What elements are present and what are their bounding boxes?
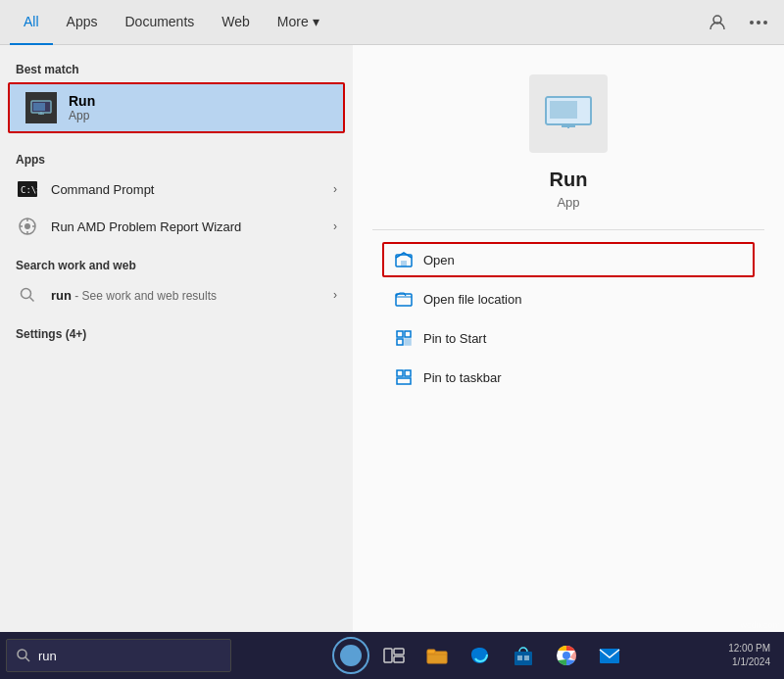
more-options-icon[interactable] — [743, 7, 774, 38]
svg-rect-25 — [397, 331, 403, 337]
svg-rect-42 — [524, 655, 529, 660]
pin-start-label: Pin to Start — [423, 331, 486, 346]
search-web-label: Search work and web — [0, 251, 353, 276]
svg-point-11 — [24, 223, 30, 229]
open-file-location-label: Open file location — [423, 292, 521, 307]
best-match-label: Best match — [0, 55, 353, 80]
action-open-file-location[interactable]: Open file location — [382, 281, 755, 316]
svg-point-3 — [763, 21, 767, 24]
tab-more[interactable]: More ▾ — [264, 0, 333, 45]
svg-rect-36 — [394, 656, 404, 662]
watermark: wcdn.com — [740, 620, 780, 630]
list-item-command-prompt[interactable]: C:\>_ Command Prompt › — [0, 170, 353, 208]
edge-icon[interactable] — [462, 637, 499, 674]
svg-line-33 — [25, 657, 29, 661]
best-match-run[interactable]: Run App — [8, 82, 345, 133]
tab-apps[interactable]: Apps — [53, 0, 112, 45]
svg-rect-39 — [427, 650, 435, 654]
svg-rect-27 — [397, 339, 403, 345]
svg-text:C:\>_: C:\>_ — [21, 185, 37, 195]
svg-rect-5 — [33, 103, 45, 111]
search-web-icon — [16, 283, 39, 307]
amd-wizard-label: Run AMD Problem Report Wizard — [51, 219, 321, 234]
action-open[interactable]: Open — [382, 242, 755, 277]
svg-point-1 — [750, 21, 754, 24]
cortana-icon[interactable] — [332, 637, 369, 674]
svg-rect-31 — [397, 378, 411, 384]
settings-section-label: Settings (4+) — [0, 319, 353, 345]
tab-web[interactable]: Web — [208, 0, 264, 45]
apps-section-label: Apps — [0, 145, 353, 170]
pin-taskbar-icon — [394, 367, 414, 387]
task-view-icon[interactable] — [375, 637, 413, 674]
best-match-name: Run — [69, 93, 95, 109]
svg-rect-41 — [517, 655, 522, 660]
taskbar-clock: 12:00 PM 1/1/2024 — [728, 642, 778, 669]
svg-rect-23 — [401, 261, 407, 267]
file-explorer-icon[interactable] — [418, 637, 456, 674]
command-prompt-label: Command Prompt — [51, 182, 321, 197]
amd-wizard-icon — [16, 215, 39, 238]
taskbar-search-icon — [17, 649, 30, 662]
file-location-icon — [394, 289, 414, 309]
svg-line-17 — [30, 298, 34, 302]
svg-rect-28 — [405, 339, 411, 345]
svg-rect-26 — [405, 331, 411, 337]
pin-start-icon — [394, 328, 414, 348]
taskbar-search-box[interactable] — [6, 639, 231, 672]
svg-point-32 — [18, 650, 26, 658]
account-icon[interactable] — [702, 7, 733, 38]
tab-bar: All Apps Documents Web More ▾ — [0, 0, 784, 45]
svg-point-16 — [22, 289, 31, 299]
svg-rect-40 — [514, 652, 532, 665]
right-panel: Run App Open — [353, 45, 784, 632]
svg-rect-29 — [397, 370, 403, 376]
list-item-web-search[interactable]: run - See work and web results › — [0, 276, 353, 314]
app-name-large: Run — [550, 169, 588, 191]
app-icon-large — [529, 74, 608, 153]
action-list: Open Open file location — [372, 242, 764, 395]
mail-icon[interactable] — [591, 637, 628, 674]
taskbar-search-input[interactable] — [38, 649, 205, 663]
svg-rect-34 — [384, 649, 392, 662]
svg-rect-19 — [550, 101, 577, 119]
left-panel: Best match Run App — [0, 45, 353, 632]
tab-documents[interactable]: Documents — [111, 0, 208, 45]
command-prompt-icon: C:\>_ — [16, 177, 39, 201]
best-match-type: App — [69, 109, 95, 122]
tab-all[interactable]: All — [10, 0, 53, 45]
taskbar: 12:00 PM 1/1/2024 — [0, 632, 784, 679]
app-type-large: App — [557, 195, 579, 210]
svg-rect-45 — [600, 649, 619, 663]
svg-rect-24 — [396, 294, 412, 306]
action-pin-start[interactable]: Pin to Start — [382, 320, 755, 356]
svg-rect-30 — [405, 370, 411, 376]
command-prompt-arrow: › — [333, 182, 337, 196]
action-pin-taskbar[interactable]: Pin to taskbar — [382, 360, 755, 395]
list-item-amd-wizard[interactable]: Run AMD Problem Report Wizard › — [0, 208, 353, 245]
open-icon — [394, 250, 414, 269]
chrome-icon[interactable] — [548, 637, 585, 674]
pin-taskbar-label: Pin to taskbar — [423, 370, 502, 385]
run-app-icon — [25, 92, 57, 123]
store-icon[interactable] — [505, 637, 542, 674]
svg-point-2 — [757, 21, 760, 24]
svg-point-44 — [563, 652, 570, 659]
web-search-arrow: › — [333, 288, 337, 302]
web-search-text: run - See work and web results — [51, 288, 321, 303]
open-label: Open — [423, 253, 455, 267]
svg-rect-35 — [394, 649, 404, 655]
amd-wizard-arrow: › — [333, 219, 337, 233]
